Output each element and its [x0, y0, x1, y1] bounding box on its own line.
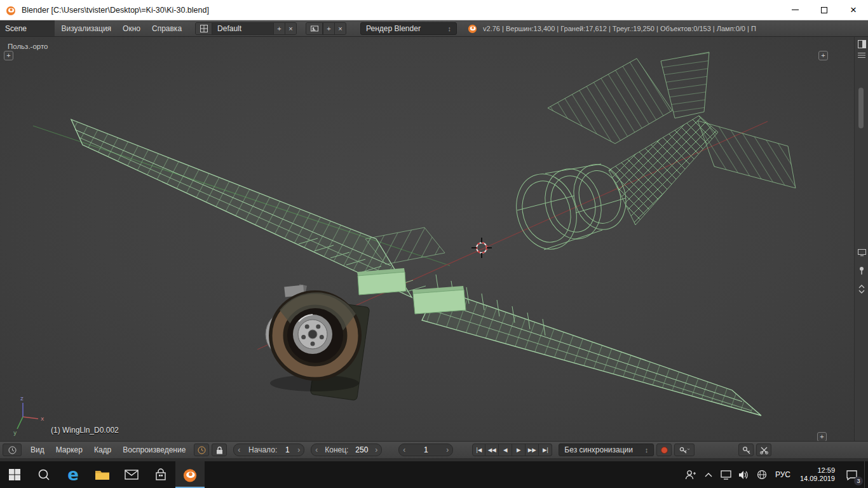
windows-taskbar: e	[0, 461, 868, 488]
frame-increment-arrow[interactable]: ›	[446, 445, 449, 454]
play-button[interactable]: ▶	[512, 444, 526, 456]
sync-mode-select[interactable]: Без синхронизации ↕	[559, 444, 654, 456]
next-keyframe-button[interactable]: ▶▶	[526, 444, 539, 456]
pin-icon[interactable]	[856, 264, 867, 276]
timeline-menu-playback[interactable]: Воспроизведение	[117, 445, 191, 454]
screen: Blender [C:\Users\tvister\Desktop\=Ki-30…	[0, 0, 868, 488]
tray-hidden-icons-chevron[interactable]	[700, 461, 717, 488]
jump-to-end-button[interactable]: ▶|	[539, 444, 552, 456]
play-reverse-button[interactable]: ◀	[499, 444, 512, 456]
render-engine-select[interactable]: Рендер Blender ↕	[360, 22, 457, 35]
start-decrement-arrow[interactable]: ‹	[238, 445, 240, 454]
start-button[interactable]	[0, 461, 29, 488]
scene-art: x y z	[0, 37, 854, 441]
timeline-menu-view[interactable]: Вид	[25, 445, 50, 454]
minimize-button[interactable]	[780, 0, 810, 20]
maximize-icon	[821, 7, 827, 13]
end-decrement-arrow[interactable]: ‹	[315, 445, 318, 454]
record-icon	[661, 447, 668, 454]
end-frame-field[interactable]: ‹ Конец: 250 ›	[311, 444, 382, 456]
properties-expand-button[interactable]: +	[818, 51, 828, 60]
tray-network-icon[interactable]	[753, 461, 771, 488]
layout-name[interactable]: Default	[212, 23, 273, 34]
key-icon	[742, 446, 750, 454]
edge-icon: e	[67, 465, 79, 484]
region-scrollbar[interactable]	[858, 88, 864, 128]
jump-to-start-button[interactable]: |◀	[472, 444, 485, 456]
delete-keyframe-button[interactable]	[756, 444, 771, 456]
right-region-strip	[854, 37, 868, 441]
flap-block-1[interactable]	[357, 268, 406, 295]
flap-block-2[interactable]	[412, 286, 466, 314]
minimize-icon	[792, 10, 799, 10]
edge-button[interactable]: e	[58, 461, 88, 488]
layout-add-button[interactable]: +	[273, 23, 285, 34]
menu-help[interactable]: Справка	[146, 24, 187, 33]
end-frame-label: Конец:	[325, 445, 348, 454]
keying-set-button[interactable]	[674, 444, 695, 456]
timeline-editor-icon	[8, 446, 17, 454]
toolshelf-expand-button[interactable]: +	[4, 51, 13, 60]
region-list-icon[interactable]	[856, 50, 867, 61]
insert-keyframe-button[interactable]	[738, 444, 754, 456]
viewport-3d[interactable]: x y z Польз.-орто (1) WingLln_D0.002 + +…	[0, 37, 854, 441]
playback-controls: |◀ ◀◀ ◀ ▶ ▶▶ ▶|	[472, 444, 552, 456]
window-titlebar: Blender [C:\Users\tvister\Desktop\=Ki-30…	[0, 0, 868, 20]
show-desktop-button[interactable]	[864, 461, 868, 488]
scene-datablock-icon[interactable]	[306, 23, 323, 34]
start-frame-label: Начало:	[248, 445, 277, 454]
store-icon	[154, 468, 167, 481]
explorer-button[interactable]	[88, 461, 117, 488]
end-increment-arrow[interactable]: ›	[375, 445, 377, 454]
chevrons-icon[interactable]	[856, 283, 867, 295]
start-frame-field[interactable]: ‹ Начало: 1 ›	[233, 444, 304, 456]
frame-decrement-arrow[interactable]: ‹	[403, 445, 405, 454]
tray-people-icon[interactable]	[682, 461, 700, 488]
search-icon	[37, 468, 50, 481]
tray-time: 12:59	[800, 466, 835, 475]
timeline-menu-marker[interactable]: Маркер	[50, 445, 88, 454]
scene-add-button[interactable]: +	[323, 23, 334, 34]
mail-button[interactable]	[117, 461, 146, 488]
current-frame-field[interactable]: ‹ 1 ›	[398, 444, 453, 456]
tray-language-button[interactable]: РУС	[771, 470, 795, 479]
lock-time-toggle[interactable]	[212, 444, 227, 456]
scissors-icon	[760, 446, 768, 454]
right-wing-object[interactable]	[422, 274, 761, 416]
timeline-editor-type-button[interactable]	[3, 444, 22, 456]
scene-statistics: v2.76 | Вершин:13,400 | Граней:17,612 | …	[483, 25, 865, 32]
layout-delete-button[interactable]: ×	[285, 23, 296, 34]
tray-display-icon[interactable]	[717, 461, 735, 488]
window-controls: ×	[780, 0, 868, 20]
layout-datablock-icon[interactable]	[196, 23, 212, 34]
record-button[interactable]	[656, 444, 672, 456]
layout-selector: Default + ×	[195, 22, 297, 35]
blender-taskbar-button[interactable]	[175, 461, 205, 488]
axis-y-label: y	[13, 430, 17, 436]
sync-mode-value: Без синхронизации	[564, 445, 633, 454]
current-frame-value: 1	[424, 445, 428, 454]
prev-keyframe-button[interactable]: ◀◀	[485, 444, 499, 456]
timeline-menu-frame[interactable]: Кадр	[88, 445, 117, 454]
search-button[interactable]	[29, 461, 58, 488]
scene-delete-button[interactable]: ×	[334, 23, 346, 34]
menu-render[interactable]: Визуализация	[56, 24, 118, 33]
landing-gear-object[interactable]	[266, 284, 370, 400]
render-engine-value: Рендер Blender	[366, 24, 421, 33]
store-button[interactable]	[146, 461, 175, 488]
tray-clock[interactable]: 12:59 14.09.2019	[800, 466, 835, 483]
panel-tab-icon[interactable]	[856, 247, 867, 258]
close-button[interactable]: ×	[839, 0, 868, 20]
preview-range-toggle[interactable]	[194, 444, 209, 456]
maximize-button[interactable]	[810, 0, 839, 20]
axis-z-label: z	[20, 395, 24, 402]
menu-window[interactable]: Окно	[117, 24, 146, 33]
corner-expand-button[interactable]: +	[817, 432, 827, 441]
tray-volume-icon[interactable]	[735, 461, 753, 488]
axis-x-label: x	[41, 416, 44, 422]
region-header-icon[interactable]	[856, 38, 867, 50]
start-increment-arrow[interactable]: ›	[297, 445, 300, 454]
action-center-button[interactable]: 3	[840, 461, 863, 488]
blender-header-logo-icon	[467, 23, 478, 34]
folder-icon	[95, 468, 110, 481]
